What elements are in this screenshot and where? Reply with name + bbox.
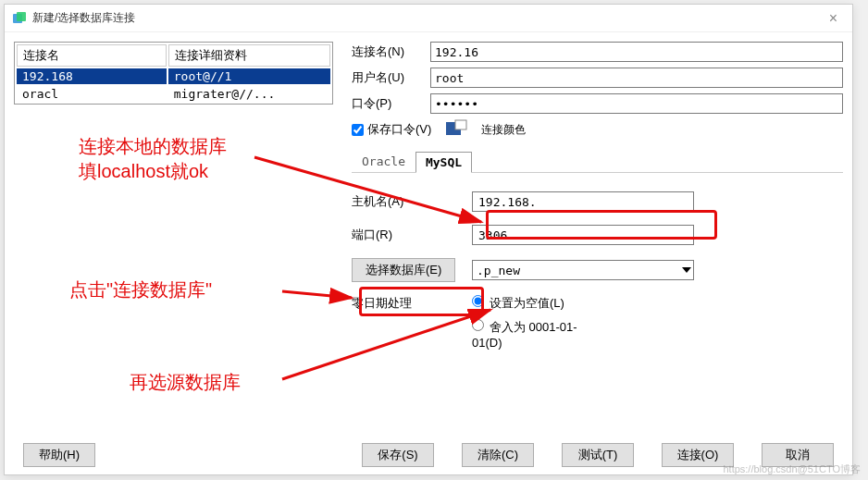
col-conn-detail[interactable]: 连接详细资料 <box>168 44 330 67</box>
conn-name-label: 连接名(N) <box>352 43 430 60</box>
save-password-checkbox[interactable]: 保存口令(V) <box>352 121 431 138</box>
cell-detail: root@//1 <box>168 68 330 84</box>
app-icon <box>12 11 27 26</box>
cell-name: 192.168 <box>17 68 167 84</box>
tab-mysql[interactable]: MySQL <box>415 152 472 173</box>
dialog-window: 新建/选择数据库连接 × 连接名 连接详细资料 192.168 root@//1 <box>4 4 853 475</box>
select-db-button[interactable]: 选择数据库(E) <box>352 258 455 282</box>
zero-date-radios: 设置为空值(L) 舍入为 0001-01-01(D) <box>472 295 592 357</box>
cell-detail: migrater@//... <box>168 86 330 102</box>
host-label: 主机名(A) <box>352 193 472 210</box>
host-input[interactable] <box>472 191 694 212</box>
database-combo[interactable]: .p_new <box>472 260 694 280</box>
svg-rect-1 <box>17 12 26 21</box>
help-button[interactable]: 帮助(H) <box>23 443 95 467</box>
save-pw-check[interactable] <box>352 124 364 136</box>
connections-panel: 连接名 连接详细资料 192.168 root@//1 oracl migrat… <box>14 42 333 421</box>
color-picker-icon[interactable] <box>444 119 468 140</box>
db-type-tabs: Oracle MySQL <box>352 151 843 172</box>
conn-name-input[interactable] <box>430 42 843 62</box>
port-label: 端口(R) <box>352 227 472 243</box>
cell-name: oracl <box>17 86 167 102</box>
titlebar: 新建/选择数据库连接 × <box>5 5 852 32</box>
test-button[interactable]: 测试(T) <box>562 443 634 467</box>
window-title: 新建/选择数据库连接 <box>32 10 822 26</box>
combo-value: .p_new <box>477 264 520 277</box>
radio-round[interactable]: 舍入为 0001-01-01(D) <box>472 319 592 350</box>
save-button[interactable]: 保存(S) <box>362 443 434 467</box>
username-label: 用户名(U) <box>352 69 430 86</box>
svg-rect-3 <box>455 120 466 129</box>
zero-date-label: 零日期处理 <box>352 295 472 312</box>
chevron-down-icon <box>682 267 691 273</box>
close-icon[interactable]: × <box>822 8 845 29</box>
port-input[interactable] <box>472 225 694 245</box>
tab-oracle[interactable]: Oracle <box>352 151 415 172</box>
clear-button[interactable]: 清除(C) <box>462 443 534 467</box>
connection-table: 连接名 连接详细资料 192.168 root@//1 oracl migrat… <box>14 42 333 105</box>
username-input[interactable] <box>430 68 843 88</box>
watermark: https://blog.csdn@51CTO博客 <box>723 462 861 476</box>
mysql-panel: 主机名(A) 端口(R) 选择数据库(E) .p_new <box>352 172 843 357</box>
table-row[interactable]: oracl migrater@//... <box>17 86 330 102</box>
color-label: 连接颜色 <box>481 122 526 138</box>
form-panel: 连接名(N) 用户名(U) 口令(P) 保存口令(V) 连接颜色 <box>333 42 843 421</box>
table-row[interactable]: 192.168 root@//1 <box>17 68 330 84</box>
password-label: 口令(P) <box>352 95 430 112</box>
password-input[interactable] <box>430 93 843 114</box>
col-conn-name[interactable]: 连接名 <box>17 44 167 67</box>
radio-null[interactable]: 设置为空值(L) <box>472 295 592 312</box>
